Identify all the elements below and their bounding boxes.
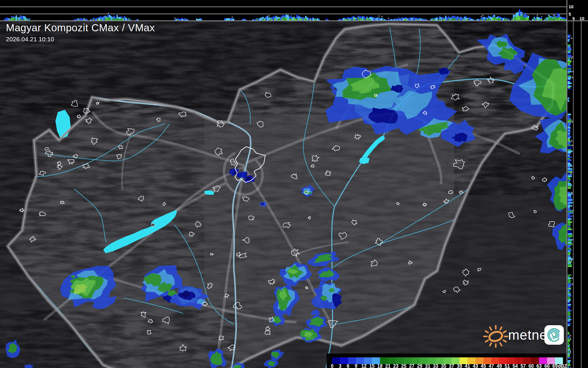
page-title: Magyar Kompozit CMax / VMax (6, 22, 155, 34)
legend-seg-18 (380, 357, 388, 364)
legend-seg-45 (483, 357, 491, 364)
legend-seg-37 (452, 357, 459, 364)
legend-label-63: 63 (536, 364, 542, 368)
legend-label-29: 29 (417, 364, 422, 368)
legend-label-69: 69 (552, 364, 558, 368)
legend-label-57: 57 (521, 364, 526, 368)
metnet-app-icon (544, 325, 565, 346)
legend-label-45: 45 (481, 364, 486, 368)
legend-seg-63 (539, 357, 547, 364)
legend-seg-60 (531, 357, 539, 364)
legend-label-35: 35 (441, 364, 446, 368)
legend-seg-47 (491, 357, 499, 364)
legend-seg-69 (555, 357, 563, 364)
legend-label-54: 54 (513, 364, 518, 368)
top-axis-label-10km: 10 (569, 4, 574, 9)
dbz-legend: 0369121518212325272931333537394143454749… (327, 354, 566, 368)
right-profile-graph (566, 21, 588, 368)
right-axis-label-10km: 10 (579, 16, 584, 21)
top-profile-strip (0, 0, 566, 21)
legend-seg-41 (467, 357, 475, 364)
legend-seg-57 (523, 357, 531, 364)
radar-map (0, 21, 566, 368)
terrain-layer (0, 21, 566, 368)
metnet-logo: metnet (483, 323, 571, 350)
legend-seg-49 (499, 357, 507, 364)
legend-seg-54 (515, 357, 523, 364)
legend-seg-0 (332, 357, 340, 364)
legend-label-66: 66 (544, 364, 550, 368)
legend-label-41: 41 (465, 364, 470, 368)
legend-label-15: 15 (369, 364, 375, 368)
legend-label-9: 9 (355, 364, 358, 368)
legend-label-39: 39 (457, 364, 462, 368)
legend-label-6: 6 (347, 364, 350, 368)
legend-label-12: 12 (361, 364, 367, 368)
tihany-peninsula (151, 223, 155, 226)
legend-seg-27 (412, 357, 420, 364)
legend-seg-39 (459, 357, 467, 364)
legend-label-3: 3 (339, 364, 342, 368)
legend-seg-12 (364, 357, 372, 364)
right-profile-strip (566, 21, 588, 368)
legend-label-51: 51 (505, 364, 510, 368)
legend-seg-9 (356, 357, 364, 364)
legend-label-47: 47 (489, 364, 494, 368)
legend-seg-66 (547, 357, 555, 364)
legend-label-0: 0 (331, 364, 334, 368)
sun-icon (483, 323, 510, 350)
legend-label-27: 27 (409, 364, 414, 368)
legend-label-31: 31 (425, 364, 430, 368)
legend-seg-31 (428, 357, 436, 364)
legend-seg-15 (372, 357, 380, 364)
legend-label-21: 21 (385, 364, 391, 368)
legend-label-23: 23 (393, 364, 398, 368)
legend-label-49: 49 (497, 364, 502, 368)
legend-label-37: 37 (449, 364, 454, 368)
legend-seg-25 (404, 357, 412, 364)
legend-seg-51 (507, 357, 515, 364)
profile-axes-corner: 10 5 5 10 (566, 0, 588, 21)
legend-seg-6 (348, 357, 356, 364)
legend-seg-21 (388, 357, 396, 364)
radar-viewer: 10 5 5 10 Magyar Kompozit CMax / VMax 20… (0, 0, 588, 368)
top-profile-graph (0, 0, 566, 21)
legend-label-33: 33 (433, 364, 438, 368)
title-block: Magyar Kompozit CMax / VMax 2026.04.21 1… (6, 22, 155, 43)
legend-seg-3 (340, 357, 348, 364)
legend-seg-43 (475, 357, 483, 364)
legend-label-25: 25 (401, 364, 406, 368)
legend-unit-label: dBZ (558, 364, 567, 368)
legend-seg-33 (436, 357, 444, 364)
legend-seg-35 (444, 357, 452, 364)
legend-seg-23 (396, 357, 404, 364)
legend-label-43: 43 (473, 364, 478, 368)
right-axis-label-5km: 5 (572, 16, 575, 21)
legend-seg-29 (420, 357, 428, 364)
legend-label-60: 60 (528, 364, 534, 368)
timestamp: 2026.04.21 10:10 (6, 36, 155, 43)
legend-label-18: 18 (377, 364, 383, 368)
top-axis-label-5km: 5 (569, 12, 571, 16)
